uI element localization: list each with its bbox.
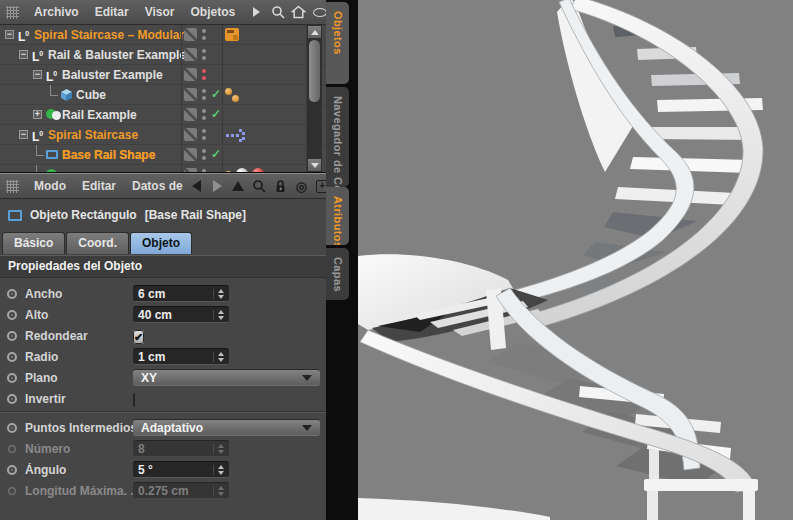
animation-dot-icon[interactable]	[7, 352, 17, 362]
om-menu-item[interactable]: Archivo	[26, 5, 87, 19]
field-label-wrap: Longitud Máxima. .	[25, 484, 149, 498]
visibility-dots[interactable]	[202, 49, 206, 63]
checkbox[interactable]: ✔	[133, 330, 144, 344]
checkbox[interactable]	[133, 393, 135, 407]
collapse-icon[interactable]: −	[33, 70, 42, 79]
am-menu-item[interactable]: Datos de	[124, 179, 183, 193]
side-tab-navegadordeco[interactable]: Navegador de Co	[326, 87, 349, 187]
animation-dot-icon[interactable]	[7, 394, 17, 404]
collapse-icon[interactable]: −	[19, 130, 28, 139]
am-menu-item[interactable]: Modo	[26, 179, 74, 193]
xpresso-tag-icon[interactable]	[225, 128, 244, 142]
om-menu-item[interactable]: Visor	[137, 5, 183, 19]
null-object-icon: L0	[18, 27, 29, 44]
section-header: Propiedades del Objeto	[0, 255, 326, 278]
layer-toggle-icon[interactable]	[184, 108, 197, 121]
tag-dot-icon[interactable]	[225, 171, 232, 173]
viewport-3d[interactable]	[358, 0, 793, 520]
number-value: 8	[138, 442, 213, 456]
stepper-icon[interactable]	[213, 289, 224, 299]
animation-dot-icon[interactable]	[7, 423, 17, 433]
animation-dot-icon[interactable]	[7, 331, 17, 341]
scroll-down-button[interactable]	[308, 159, 321, 171]
home-icon[interactable]	[291, 4, 306, 20]
display-tag-icon[interactable]	[225, 28, 239, 41]
number-input[interactable]: 1 cm	[133, 348, 229, 365]
target-icon[interactable]: ◎	[294, 178, 309, 194]
panel-grip[interactable]	[6, 6, 19, 19]
visibility-dots[interactable]	[202, 29, 206, 43]
om-menu-item[interactable]: Objetos	[183, 5, 244, 19]
tree-row[interactable]: −L0Spiral Staircase	[0, 125, 326, 145]
tree-row[interactable]: −L0Baluster Example	[0, 65, 326, 85]
visibility-dots[interactable]	[202, 89, 206, 103]
lock-icon[interactable]	[273, 178, 288, 194]
eye-icon[interactable]	[312, 4, 326, 20]
number-input[interactable]: 6 cm	[133, 285, 229, 302]
visibility-dots[interactable]	[202, 169, 206, 172]
object-tree-scrollbar[interactable]	[306, 25, 322, 172]
tab-coord[interactable]: Coord.	[66, 232, 129, 254]
enabled-check-icon[interactable]: ✓	[211, 87, 221, 101]
visibility-dots[interactable]	[202, 149, 206, 163]
enabled-check-icon[interactable]: ✓	[211, 147, 221, 161]
search-icon[interactable]	[252, 178, 267, 194]
cube-icon	[60, 88, 73, 106]
dropdown-select[interactable]: Adaptativo	[133, 419, 320, 436]
scroll-up-button[interactable]	[308, 26, 321, 38]
material-thumbnail-gray[interactable]	[236, 168, 248, 172]
animation-dot-icon[interactable]	[8, 486, 17, 495]
layer-toggle-icon[interactable]	[184, 28, 197, 41]
expand-icon[interactable]: +	[33, 110, 42, 119]
number-input[interactable]: 40 cm	[133, 306, 229, 323]
layer-toggle-icon[interactable]	[184, 128, 197, 141]
number-input[interactable]: 5 °	[133, 461, 229, 478]
parent-object-icon[interactable]	[231, 178, 246, 194]
null-object-icon: L0	[46, 67, 57, 84]
animation-dot-icon[interactable]	[7, 465, 17, 475]
visibility-dots[interactable]	[202, 69, 206, 83]
tree-row[interactable]: +Rail Example✓	[0, 105, 326, 125]
panel-grip[interactable]	[6, 180, 19, 193]
am-menu-item[interactable]: Editar	[74, 179, 124, 193]
tree-row[interactable]: Cube✓	[0, 85, 326, 105]
tree-row[interactable]: −L0Spiral Staircase – Modular	[0, 25, 326, 45]
tree-row[interactable]: Base Rail Shape✓	[0, 145, 326, 165]
dropdown-select[interactable]: XY	[133, 369, 320, 386]
history-back-icon[interactable]	[189, 178, 204, 194]
side-tab-objetos[interactable]: Objetos	[326, 2, 349, 84]
submenu-arrow-icon[interactable]	[249, 4, 264, 20]
tree-row[interactable]: −L0Rail & Baluster Example	[0, 45, 326, 65]
collapse-icon[interactable]: −	[5, 30, 14, 39]
tab-objeto[interactable]: Objeto	[130, 232, 192, 254]
animation-dot-icon[interactable]	[7, 310, 17, 320]
field-label: Alto	[25, 308, 48, 322]
tree-row[interactable]	[0, 165, 326, 172]
layer-toggle-icon[interactable]	[184, 68, 197, 81]
stepper-icon[interactable]	[213, 465, 224, 475]
collapse-icon[interactable]: −	[19, 50, 28, 59]
add-panel-icon[interactable]: +	[315, 178, 326, 194]
side-tab-atributos[interactable]: Atributos	[326, 187, 349, 245]
number-value: 0.275 cm	[138, 484, 213, 498]
animation-dot-icon[interactable]	[8, 444, 17, 453]
selection-tag-icon[interactable]	[225, 88, 240, 103]
layer-toggle-icon[interactable]	[184, 168, 197, 172]
om-menu-item[interactable]: Editar	[87, 5, 137, 19]
stepper-icon[interactable]	[213, 352, 224, 362]
scrollbar-thumb[interactable]	[309, 40, 320, 102]
animation-dot-icon[interactable]	[7, 289, 17, 299]
tree-item-label: Base Rail Shape	[62, 148, 155, 162]
visibility-dots[interactable]	[202, 129, 206, 143]
search-icon[interactable]	[270, 4, 285, 20]
material-thumbnail-red[interactable]	[252, 168, 264, 172]
side-tab-capas[interactable]: Capas	[326, 248, 349, 300]
enabled-check-icon[interactable]: ✓	[211, 107, 221, 121]
layer-toggle-icon[interactable]	[184, 48, 197, 61]
tab-bsico[interactable]: Básico	[2, 232, 65, 254]
layer-toggle-icon[interactable]	[184, 148, 197, 161]
layer-toggle-icon[interactable]	[184, 88, 197, 101]
stepper-icon[interactable]	[213, 310, 224, 320]
animation-dot-icon[interactable]	[7, 373, 17, 383]
visibility-dots[interactable]	[202, 109, 206, 123]
